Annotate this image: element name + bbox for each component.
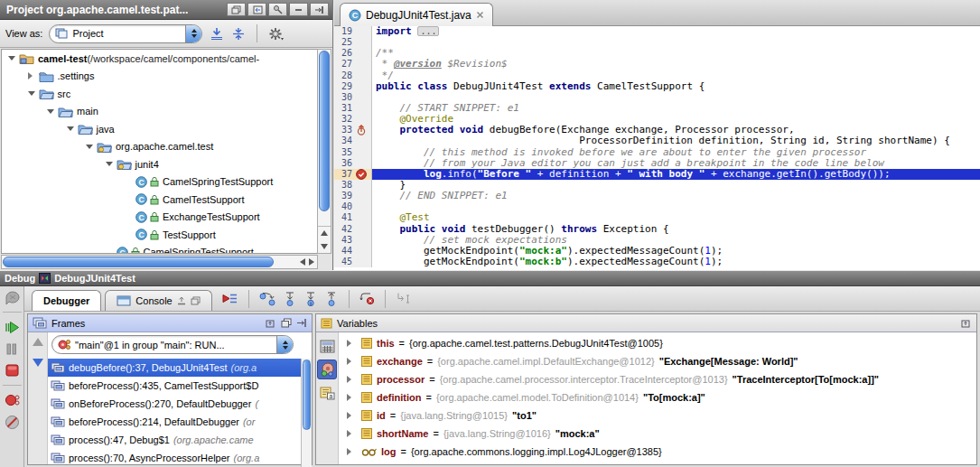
tree-item-junit4[interactable]: junit4 [2,155,318,173]
gutter-line-32[interactable]: 32 [334,114,372,125]
tree-item-CamelSpringTestSupport[interactable]: CCamelSpringTestSupport [2,244,318,255]
step-out-button[interactable] [324,292,339,306]
gutter-line-34[interactable]: 34 [334,135,372,146]
tab-debugger[interactable]: Debugger [32,290,101,311]
gutter-line-42[interactable]: 42 [334,224,372,235]
float-window-button[interactable] [227,3,246,16]
tree-collapse-arrow[interactable] [28,91,35,96]
gutter-line-31[interactable]: 31 [334,103,372,114]
code-line-19[interactable]: 19import ... [334,26,980,37]
gutter-line-38[interactable]: 38 [334,180,372,191]
code-line-40[interactable]: 40 [334,201,980,212]
scrollbar-thumb[interactable] [3,257,274,267]
resume-button[interactable] [1,316,23,338]
view-mode-stepper[interactable] [185,25,201,42]
code-editor[interactable]: 19import ...2526/**27 * @version $Revisi… [334,26,980,270]
variable-row-definition[interactable]: definition = {org.apache.camel.model.ToD… [339,388,976,406]
navigate-up-button[interactable] [33,338,43,346]
tree-collapse-arrow[interactable] [8,56,15,61]
code-line-45[interactable]: 45 getMockEndpoint("mock:b").expectedMes… [334,257,980,267]
view-mode-select[interactable]: Project [49,24,202,43]
folded-region[interactable]: ... [417,26,439,36]
scroll-from-source-button[interactable] [247,3,266,16]
collapse-all-button[interactable] [231,27,246,41]
variable-row-this[interactable]: this = {org.apache.camel.test.patterns.D… [339,334,976,352]
variable-row-log[interactable]: log = {org.apache.commons.logging.impl.L… [339,443,976,461]
tree-collapse-arrow[interactable] [106,162,113,166]
export-icon[interactable] [177,296,186,305]
expand-arrow[interactable] [347,430,351,437]
editor-tab[interactable]: C DebugJUnit4Test.java [340,3,493,26]
step-into-button[interactable] [283,292,297,306]
code-line-37[interactable]: 37 log.info("Before " + definition + " w… [334,169,980,180]
force-step-into-button[interactable]: i [303,292,318,306]
drop-frame-button[interactable] [359,292,375,305]
settings-gear-button[interactable] [268,27,284,41]
code-line-39[interactable]: 39 // END SNIPPET: e1 [334,191,980,201]
gutter-line-19[interactable]: 19 [334,26,372,37]
thread-select[interactable]: "main"@1 in group "main": RUN... [51,335,294,354]
restore-layout-icon[interactable] [961,318,972,328]
code-line-25[interactable]: 25 [334,37,980,48]
gutter-line-35[interactable]: 35 [334,147,372,158]
variable-row-processor[interactable]: processor = {org.apache.camel.processor.… [339,370,976,388]
tree-item-.settings[interactable]: .settings [2,68,318,86]
gutter-line-37[interactable]: 37 [334,169,372,180]
expand-all-button[interactable] [210,27,224,41]
float-icon[interactable] [191,296,201,305]
gutter-line-39[interactable]: 39 [334,191,372,201]
stop-button[interactable] [1,360,23,381]
restore-layout-icon[interactable] [266,318,276,328]
rerun-debugger-button[interactable] [1,286,23,308]
gutter-line-27[interactable]: 27 [334,59,372,70]
float-panel-icon[interactable] [281,318,292,328]
thread-stepper[interactable] [276,336,293,353]
scroll-left-arrow[interactable] [300,258,305,266]
gutter-line-28[interactable]: 28 [334,70,372,81]
view-breakpoints-button[interactable] [1,389,23,411]
tree-item-camel-test[interactable]: camel-test (/workspace/camel/components/… [2,50,318,68]
evaluate-expression-button[interactable] [317,336,337,356]
code-line-27[interactable]: 27 * @version $Revision$ [334,59,980,70]
gutter-line-29[interactable]: 29 [334,81,372,92]
tree-item-ExchangeTestSupport[interactable]: CExchangeTestSupport [2,209,318,227]
hide-panel-button[interactable] [310,3,329,16]
frame-row[interactable]: beforeProcess():435, CamelTestSupport$D [48,377,312,395]
hide-right-icon[interactable] [296,318,307,328]
expand-arrow[interactable] [347,358,351,365]
project-tree-vertical-scrollbar[interactable] [317,49,331,254]
frame-row[interactable]: beforeProcess():214, DefaultDebugger (or [48,413,312,431]
scroll-up-arrow[interactable] [321,230,328,236]
gutter-line-25[interactable]: 25 [334,37,372,48]
expand-arrow[interactable] [347,448,351,455]
frame-row[interactable]: process():70, AsyncProcessorHelper (org.… [48,449,312,464]
expand-arrow[interactable] [347,376,351,383]
tree-item-src[interactable]: src [2,85,318,103]
expand-arrow[interactable] [347,340,351,347]
tree-collapse-arrow[interactable] [67,126,74,131]
scrollbar-thumb[interactable] [319,51,330,211]
minimize-button[interactable] [289,3,308,16]
tree-expand-arrow[interactable] [28,72,33,79]
tree-item-org.apache.camel.test[interactable]: org.apache.camel.test [2,138,318,156]
scroll-right-arrow[interactable] [309,258,314,266]
mute-breakpoints-button[interactable] [1,411,23,433]
tree-item-java[interactable]: java [2,120,318,138]
pause-button[interactable] [1,338,23,360]
expand-arrow[interactable] [347,412,351,419]
tree-collapse-arrow[interactable] [86,145,93,149]
gutter-line-26[interactable]: 26 [334,48,372,59]
step-over-button[interactable] [259,292,276,306]
pin-button[interactable] [268,3,287,16]
gutter-line-30[interactable]: 30 [334,92,372,103]
show-execution-point-button[interactable] [221,292,238,305]
variable-row-id[interactable]: id = {java.lang.String@1015}"to1" [339,406,976,425]
tree-collapse-arrow[interactable] [47,109,54,114]
project-tree-horizontal-scrollbar[interactable] [1,255,318,269]
scrollbar-thumb[interactable] [303,360,311,430]
gutter-line-33[interactable]: 33 [334,125,372,135]
tree-item-CamelSpringTestSupport[interactable]: CCamelSpringTestSupport [2,173,318,191]
gutter-line-40[interactable]: 40 [334,201,372,212]
frames-vertical-scrollbar[interactable] [301,359,312,467]
auto-variables-mode-button[interactable] [317,360,337,379]
